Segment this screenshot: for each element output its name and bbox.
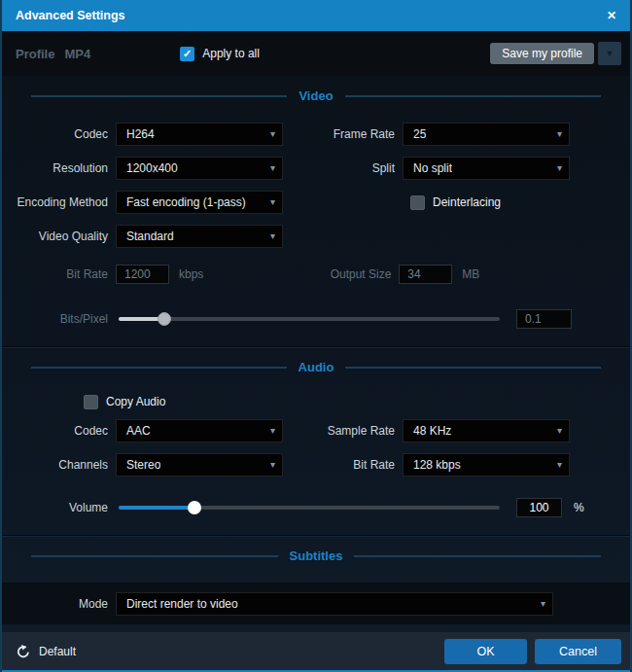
audio-bit-rate-select[interactable]: 128 kbps ▾ — [403, 453, 570, 477]
frame-rate-value: 25 — [413, 127, 426, 141]
chevron-down-icon: ▾ — [557, 163, 562, 173]
chevron-down-icon: ▾ — [541, 599, 545, 609]
mode-band: Mode Direct render to video ▾ — [2, 583, 630, 624]
volume-slider[interactable] — [119, 501, 500, 514]
chevron-down-icon: ▾ — [270, 163, 275, 173]
audio-section: Audio Copy Audio Codec AAC ▾ Sample Rate… — [2, 346, 630, 519]
frame-rate-select[interactable]: 25 ▾ — [403, 123, 570, 146]
video-quality-select[interactable]: Standard ▾ — [116, 225, 283, 248]
slider-thumb[interactable] — [188, 501, 201, 514]
checkbox-unchecked-icon[interactable] — [410, 195, 425, 210]
sample-rate-value: 48 KHz — [413, 424, 451, 438]
encoding-method-label: Encoding Method — [2, 195, 116, 209]
resolution-value: 1200x400 — [126, 161, 178, 175]
channels-value: Stereo — [126, 458, 160, 472]
divider-line — [345, 367, 601, 369]
cancel-button[interactable]: Cancel — [535, 639, 621, 664]
footer: Default OK Cancel — [2, 632, 630, 672]
subtitle-mode-select[interactable]: Direct render to video ▾ — [116, 592, 553, 616]
copy-audio-label: Copy Audio — [106, 395, 165, 408]
profile-value: MP4 — [64, 47, 90, 61]
audio-bit-rate-label: Bit Rate — [283, 458, 403, 472]
save-profile-group: Save my profile ▼ — [490, 42, 621, 65]
video-section-header: Video — [31, 88, 601, 103]
default-button[interactable]: Default — [16, 644, 76, 659]
bits-pixel-value[interactable]: 0.1 — [516, 309, 572, 329]
copy-audio-checkbox[interactable]: Copy Audio — [84, 395, 165, 409]
apply-to-all-label: Apply to all — [202, 47, 260, 60]
chevron-down-icon: ▾ — [270, 460, 275, 470]
save-my-profile-button[interactable]: Save my profile — [490, 43, 594, 64]
video-codec-value: H264 — [126, 127, 155, 141]
encoding-method-value: Fast encoding (1-pass) — [126, 195, 246, 209]
bits-pixel-label: Bits/Pixel — [2, 312, 116, 326]
slider-fill — [119, 506, 194, 510]
split-label: Split — [283, 161, 403, 175]
subtitles-section: Subtitles Mode Direct render to video ▾ — [2, 535, 630, 624]
video-codec-select[interactable]: H264 ▾ — [116, 123, 283, 146]
audio-codec-value: AAC — [126, 424, 151, 438]
split-value: No split — [413, 161, 452, 175]
titlebar: Advanced Settings ✕ — [2, 0, 630, 31]
frame-rate-label: Frame Rate — [283, 127, 403, 141]
video-quality-value: Standard — [126, 230, 174, 243]
output-size-input[interactable] — [399, 265, 452, 284]
divider-line — [31, 367, 287, 369]
ok-button[interactable]: OK — [444, 639, 527, 664]
resolution-select[interactable]: 1200x400 ▾ — [116, 157, 283, 180]
slider-track[interactable] — [119, 317, 500, 321]
channels-label: Channels — [2, 458, 116, 472]
bit-rate-unit: kbps — [179, 267, 203, 281]
sample-rate-label: Sample Rate — [283, 424, 403, 438]
profile-header: Profile MP4 ✓ Apply to all Save my profi… — [2, 31, 630, 76]
divider-line — [354, 555, 601, 557]
deinterlacing-checkbox[interactable]: Deinterlacing — [410, 195, 501, 210]
encoding-method-select[interactable]: Fast encoding (1-pass) ▾ — [116, 191, 283, 214]
chevron-down-icon: ▾ — [270, 426, 275, 436]
chevron-down-icon: ▾ — [270, 129, 275, 139]
reset-icon — [16, 644, 31, 659]
volume-unit: % — [574, 501, 584, 514]
dialog-title: Advanced Settings — [16, 9, 125, 22]
divider-line — [31, 95, 287, 97]
output-size-label: Output Size — [277, 267, 399, 281]
divider-line — [345, 95, 601, 97]
output-size-unit: MB — [462, 267, 479, 281]
audio-codec-label: Codec — [2, 424, 116, 438]
apply-to-all-checkbox[interactable]: ✓ Apply to all — [180, 47, 260, 61]
volume-label: Volume — [2, 501, 116, 514]
split-select[interactable]: No split ▾ — [403, 157, 570, 180]
deinterlacing-label: Deinterlacing — [433, 195, 501, 209]
subtitles-section-header: Subtitles — [31, 548, 601, 563]
divider-line — [31, 555, 278, 557]
video-section-title: Video — [298, 88, 333, 103]
resolution-label: Resolution — [2, 161, 116, 175]
chevron-down-icon: ▾ — [557, 129, 562, 139]
slider-thumb[interactable] — [158, 312, 171, 326]
subtitles-section-title: Subtitles — [290, 548, 343, 563]
checkbox-checked-icon[interactable]: ✓ — [180, 47, 194, 61]
video-bit-rate-input[interactable] — [116, 265, 169, 284]
default-label: Default — [39, 645, 76, 658]
chevron-down-icon: ▾ — [270, 197, 275, 207]
codec-label: Codec — [2, 127, 116, 141]
profile-label: Profile — [16, 47, 54, 61]
subtitle-mode-value: Direct render to video — [126, 597, 238, 611]
audio-section-header: Audio — [31, 360, 601, 374]
audio-section-title: Audio — [298, 360, 334, 374]
video-quality-label: Video Quality — [2, 230, 116, 243]
sample-rate-select[interactable]: 48 KHz ▾ — [403, 419, 570, 442]
audio-bit-rate-value: 128 kbps — [413, 458, 461, 472]
bits-pixel-slider[interactable] — [119, 312, 500, 326]
video-bit-rate-label: Bit Rate — [2, 267, 116, 281]
save-profile-dropdown-button[interactable]: ▼ — [598, 42, 621, 65]
chevron-down-icon: ▾ — [557, 426, 562, 436]
triangle-down-icon: ▼ — [606, 49, 614, 58]
channels-select[interactable]: Stereo ▾ — [116, 453, 283, 477]
close-icon[interactable]: ✕ — [607, 10, 616, 21]
advanced-settings-dialog: Advanced Settings ✕ Profile MP4 ✓ Apply … — [0, 0, 632, 672]
audio-codec-select[interactable]: AAC ▾ — [116, 419, 283, 442]
checkbox-unchecked-icon[interactable] — [84, 395, 98, 409]
mode-label: Mode — [2, 597, 116, 611]
volume-value[interactable]: 100 — [516, 498, 562, 517]
